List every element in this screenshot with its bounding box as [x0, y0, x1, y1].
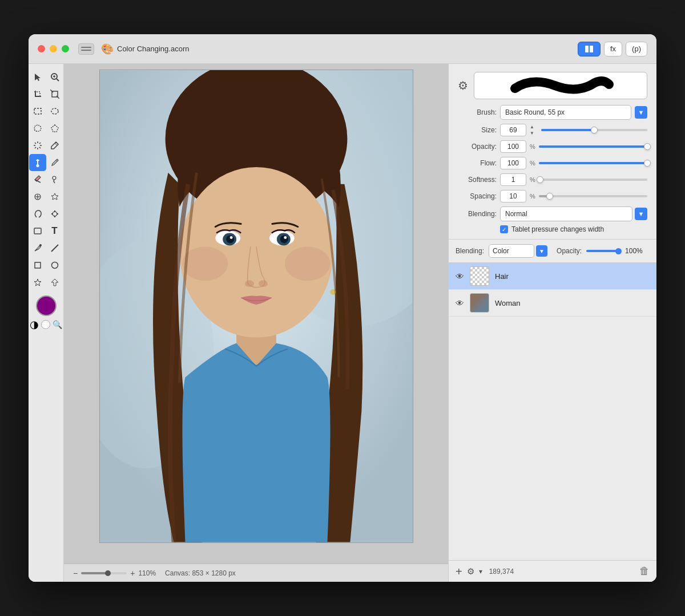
svg-point-57	[284, 236, 287, 239]
svg-line-20	[35, 147, 36, 148]
tool-smudge[interactable]	[46, 171, 63, 188]
svg-point-30	[53, 212, 57, 216]
tool-select[interactable]	[29, 68, 46, 86]
tool-rect-shape[interactable]	[29, 222, 46, 240]
close-button[interactable]	[38, 45, 45, 52]
svg-rect-10	[34, 108, 41, 114]
blending-select[interactable]: Normal Multiply Screen Color	[500, 206, 632, 221]
softness-unit: %	[530, 176, 535, 183]
softness-input[interactable]: 1	[500, 173, 526, 186]
opacity-slider[interactable]	[539, 145, 647, 148]
tool-circle-shape[interactable]	[46, 257, 63, 274]
tool-star-shape[interactable]	[29, 274, 46, 291]
blending-select-arrow[interactable]: ▼	[635, 208, 647, 220]
window-title: Color Changing.acorn	[117, 44, 189, 53]
bg-color-swatch[interactable]	[41, 320, 50, 329]
zoom-slider[interactable]	[81, 572, 127, 574]
layer-visibility-hair[interactable]: 👁	[456, 271, 464, 281]
tablet-checkbox[interactable]: ✓	[500, 225, 508, 233]
zoom-out-button[interactable]: −	[73, 569, 78, 578]
fg-bg-swap[interactable]: ◑	[30, 318, 39, 331]
svg-line-18	[39, 147, 41, 148]
zoom-controls: − + 110%	[73, 569, 156, 578]
tool-poly-lasso[interactable]	[46, 120, 63, 137]
tool-ellipse-select[interactable]	[46, 103, 63, 120]
svg-point-48	[182, 246, 228, 281]
tool-transform[interactable]	[46, 86, 63, 103]
svg-point-58	[245, 280, 254, 287]
layers-opacity-slider[interactable]	[586, 250, 620, 252]
minimize-button[interactable]	[50, 45, 57, 52]
tool-color-pick[interactable]	[46, 137, 63, 154]
svg-point-49	[284, 246, 330, 281]
layer-thumb-woman	[470, 293, 489, 313]
spacing-input[interactable]: 10	[500, 190, 526, 202]
svg-point-22	[36, 164, 39, 167]
brush-settings-gear[interactable]: ⚙	[458, 79, 468, 92]
canvas-container	[64, 64, 448, 564]
size-slider[interactable]	[541, 129, 647, 131]
flow-input[interactable]: 100	[500, 157, 526, 169]
tool-dodge[interactable]	[29, 205, 46, 222]
layer-count: 189,374	[489, 568, 514, 576]
svg-point-59	[258, 280, 267, 287]
tools-tab-button[interactable]	[578, 42, 601, 56]
add-layer-button[interactable]: +	[456, 566, 462, 577]
layers-blending-select[interactable]: Color Normal Multiply	[489, 244, 534, 258]
layers-panel: Blending: Color Normal Multiply ▼ Opacit…	[449, 240, 656, 582]
opacity-row: Opacity: 100 %	[458, 140, 647, 153]
fx-tab-button[interactable]: fx	[604, 42, 622, 56]
tool-sharpen[interactable]	[46, 205, 63, 222]
tool-square-shape[interactable]	[29, 257, 46, 274]
maximize-button[interactable]	[62, 45, 69, 52]
flow-unit: %	[530, 160, 535, 167]
svg-marker-29	[51, 193, 58, 200]
magnifier-icon[interactable]: 🔍	[53, 320, 62, 329]
layers-opacity-value: 100%	[625, 247, 643, 255]
tool-zoom[interactable]	[46, 68, 63, 86]
flow-slider[interactable]	[539, 162, 647, 164]
tool-line[interactable]	[46, 240, 63, 257]
svg-line-23	[56, 160, 57, 161]
tool-lasso[interactable]	[29, 120, 46, 137]
delete-layer-button[interactable]: 🗑	[639, 565, 650, 577]
size-stepper[interactable]: ▲▼	[530, 124, 538, 136]
svg-rect-0	[585, 46, 589, 52]
layer-options-gear[interactable]: ⚙	[467, 566, 474, 577]
tool-crop[interactable]	[29, 86, 46, 103]
opacity-input[interactable]: 100	[500, 140, 526, 153]
brush-panel: ⚙ Brush: Basic Round, 55 px ▼	[449, 64, 656, 240]
tool-heal[interactable]	[46, 188, 63, 205]
primary-color-swatch[interactable]	[36, 295, 57, 316]
layer-options-arrow[interactable]: ▾	[479, 568, 482, 576]
tool-rect-select[interactable]	[29, 103, 46, 120]
tool-magic-wand[interactable]	[29, 137, 46, 154]
layer-visibility-woman[interactable]: 👁	[456, 298, 464, 308]
tool-clone[interactable]	[29, 188, 46, 205]
tool-text[interactable]: T	[46, 222, 63, 240]
softness-slider[interactable]	[539, 179, 647, 181]
svg-line-19	[39, 143, 41, 144]
zoom-in-button[interactable]: +	[130, 569, 135, 578]
size-input[interactable]: 69	[500, 124, 526, 136]
layer-name-woman: Woman	[495, 299, 521, 307]
sidebar-toggle-button[interactable]	[78, 43, 94, 55]
layer-item-woman[interactable]: 👁 Woman	[449, 290, 656, 317]
tool-paint-bucket[interactable]	[29, 154, 46, 171]
tool-arrow-shape[interactable]	[46, 274, 63, 291]
layers-blending-arrow[interactable]: ▼	[536, 245, 547, 257]
p-tab-button[interactable]: (p)	[626, 42, 647, 56]
svg-line-21	[55, 143, 57, 145]
right-panel: ⚙ Brush: Basic Round, 55 px ▼	[448, 64, 656, 582]
layer-item-hair[interactable]: 👁 Hair	[449, 263, 656, 290]
svg-marker-40	[34, 279, 41, 286]
brush-select-arrow[interactable]: ▼	[635, 106, 647, 119]
brush-select[interactable]: Basic Round, 55 px	[500, 105, 631, 120]
canvas-image	[99, 70, 413, 543]
tool-pen[interactable]	[29, 240, 46, 257]
tool-pencil[interactable]	[46, 154, 63, 171]
softness-label: Softness:	[458, 176, 497, 184]
tool-eraser[interactable]	[29, 171, 46, 188]
zoom-level: 110%	[138, 569, 156, 577]
spacing-slider[interactable]	[539, 195, 647, 197]
